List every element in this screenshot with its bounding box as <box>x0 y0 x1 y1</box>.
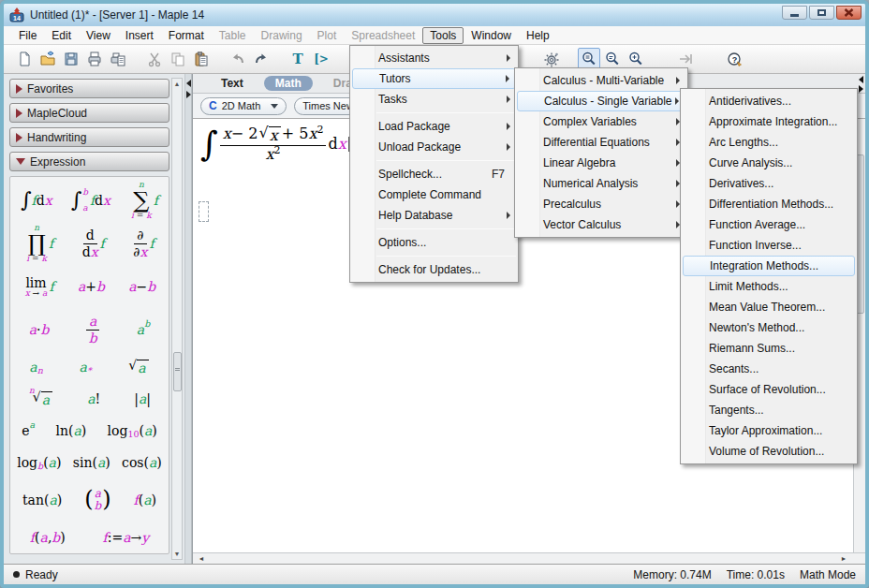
palette-item[interactable]: ab <box>135 323 152 337</box>
right-dock-arrows[interactable] <box>859 76 863 93</box>
redo-button[interactable] <box>250 48 272 70</box>
menubar-item-window[interactable]: Window <box>464 27 519 44</box>
palette-item[interactable]: n√a <box>26 391 55 407</box>
menu-item-precalculus[interactable]: Precalculus <box>515 194 687 214</box>
tab-math[interactable]: Math <box>264 76 313 91</box>
menu-item-integration-methods[interactable]: Integration Methods... <box>683 256 855 276</box>
menu-item-load-package[interactable]: Load Package <box>350 116 518 137</box>
menu-item-linear-algebra[interactable]: Linear Algebra <box>515 153 687 173</box>
menu-item-tangents[interactable]: Tangents... <box>681 400 857 420</box>
menu-item-calculus-single-variable[interactable]: Calculus - Single Variable <box>517 91 685 111</box>
palette-item[interactable]: tan(a) <box>21 493 64 507</box>
style-dropdown[interactable]: C 2D Math <box>200 97 287 115</box>
menu-item-calculus-multi-variable[interactable]: Calculus - Multi-Variable <box>515 70 687 91</box>
menu-item-arc-lengths[interactable]: Arc Lengths... <box>681 132 857 153</box>
menubar-item-table[interactable]: Table <box>212 27 254 44</box>
palette-item[interactable]: a* <box>78 360 94 375</box>
cut-button[interactable] <box>143 48 166 70</box>
palette-item[interactable]: n∑i = kf <box>127 181 160 220</box>
palette-item[interactable]: ddx f <box>79 228 107 258</box>
menu-item-curve-analysis[interactable]: Curve Analysis... <box>681 153 857 173</box>
insert-text-button[interactable]: T <box>287 48 309 70</box>
palette-item[interactable]: f(a) <box>132 493 158 507</box>
close-button[interactable] <box>836 6 862 20</box>
palette-scrollbar[interactable]: ▲ ▼ <box>171 78 183 560</box>
menu-item-differentiation-methods[interactable]: Differentiation Methods... <box>681 194 857 214</box>
menu-item-tutors[interactable]: Tutors <box>352 68 516 89</box>
menubar-item-drawing[interactable]: Drawing <box>254 27 310 44</box>
new-document-button[interactable] <box>13 48 36 70</box>
menubar-item-edit[interactable]: Edit <box>44 27 79 44</box>
menu-item-function-average[interactable]: Function Average... <box>681 214 857 235</box>
insert-maple-input-button[interactable]: [> <box>310 48 332 70</box>
titlebar[interactable]: 14 Untitled (1)* - [Server 1] - Maple 14 <box>4 4 865 26</box>
palette-item[interactable]: |a| <box>132 392 153 406</box>
menubar-item-view[interactable]: View <box>79 27 118 44</box>
palette-item[interactable]: logb(a) <box>15 456 63 470</box>
scroll-down-icon[interactable]: ▼ <box>172 549 182 559</box>
scroll-left-icon[interactable]: ◄ <box>195 553 208 564</box>
palette-item[interactable]: limx → a f <box>22 276 56 298</box>
expand-right-icon[interactable] <box>859 85 863 93</box>
palette-header-maplecloud[interactable]: MapleCloud <box>9 103 169 123</box>
paste-button[interactable] <box>190 48 213 70</box>
menu-item-help-database[interactable]: Help Database <box>350 205 518 226</box>
palette-scrollbar-thumb[interactable] <box>173 352 182 391</box>
help-search-button[interactable]: ? <box>724 48 746 70</box>
menu-item-check-for-updates[interactable]: Check for Updates... <box>350 259 518 280</box>
menubar-item-insert[interactable]: Insert <box>118 27 161 44</box>
menu-item-complete-command[interactable]: Complete Command <box>350 184 518 205</box>
collapse-left-icon[interactable] <box>186 80 191 87</box>
menubar-item-spreadsheet[interactable]: Spreadsheet <box>344 27 422 44</box>
menu-item-newton-s-method[interactable]: Newton's Method... <box>681 317 857 338</box>
palette-item[interactable]: (ab) <box>82 488 112 512</box>
print-preview-button[interactable] <box>107 48 129 70</box>
worksheet-expression[interactable]: ∫x − 2√x + 5x2x2 dx <box>200 126 349 163</box>
palette-item[interactable]: a − b <box>126 280 157 294</box>
copy-button[interactable] <box>167 48 189 70</box>
menubar-item-format[interactable]: Format <box>161 27 212 44</box>
palette-item[interactable]: cos(a) <box>120 456 164 470</box>
palette-item[interactable]: an <box>27 360 44 375</box>
save-button[interactable] <box>60 48 82 70</box>
collapse-left-icon[interactable] <box>859 76 863 83</box>
menubar-item-file[interactable]: File <box>11 27 44 44</box>
palette-item[interactable]: n∏i = kf <box>22 224 55 263</box>
palette-item[interactable]: f := a → y <box>100 531 151 545</box>
undo-button[interactable] <box>227 48 249 70</box>
menu-item-assistants[interactable]: Assistants <box>350 48 518 68</box>
print-button[interactable] <box>83 48 106 70</box>
palette-header-expression[interactable]: Expression <box>9 152 169 171</box>
menu-item-spellcheck[interactable]: Spellcheck...F7 <box>350 164 518 184</box>
expand-right-icon[interactable] <box>186 91 191 98</box>
menu-item-secants[interactable]: Secants... <box>681 359 857 379</box>
open-button[interactable] <box>37 48 59 70</box>
menu-item-derivatives[interactable]: Derivatives... <box>681 173 857 194</box>
palette-header-handwriting[interactable]: Handwriting <box>9 127 169 147</box>
palette-item[interactable]: √a <box>125 360 151 375</box>
menu-item-antiderivatives[interactable]: Antiderivatives... <box>681 91 857 111</box>
menu-item-options[interactable]: Options... <box>350 232 518 253</box>
minimize-button[interactable] <box>782 6 807 20</box>
palette-item[interactable]: f(a, b) <box>28 531 67 545</box>
menu-item-volume-of-revolution[interactable]: Volume of Revolution... <box>681 441 857 462</box>
menu-item-riemann-sums[interactable]: Riemann Sums... <box>681 338 857 359</box>
menu-item-approximate-integration[interactable]: Approximate Integration... <box>681 111 857 132</box>
palette-item[interactable]: ab <box>82 315 103 345</box>
menu-item-tasks[interactable]: Tasks <box>350 89 518 110</box>
palette-item[interactable]: ea <box>20 424 37 438</box>
menubar-item-help[interactable]: Help <box>519 27 557 44</box>
palette-item[interactable]: log10(a) <box>106 424 159 438</box>
horizontal-scrollbar[interactable]: ◄ ► <box>193 552 865 564</box>
menubar-item-tools[interactable]: Tools <box>422 27 464 44</box>
menu-item-surface-of-revolution[interactable]: Surface of Revolution... <box>681 379 857 400</box>
menu-item-unload-package[interactable]: Unload Package <box>350 137 518 157</box>
menu-item-complex-variables[interactable]: Complex Variables <box>515 111 687 132</box>
menubar-item-plot[interactable]: Plot <box>310 27 345 44</box>
scroll-right-icon[interactable]: ► <box>837 553 850 564</box>
palette-item[interactable]: ∫baf dx <box>69 188 112 213</box>
palette-item[interactable]: a·b <box>27 323 52 337</box>
dock-splitter[interactable] <box>184 74 192 564</box>
menu-item-vector-calculus[interactable]: Vector Calculus <box>515 214 687 235</box>
menu-item-limit-methods[interactable]: Limit Methods... <box>681 276 857 297</box>
